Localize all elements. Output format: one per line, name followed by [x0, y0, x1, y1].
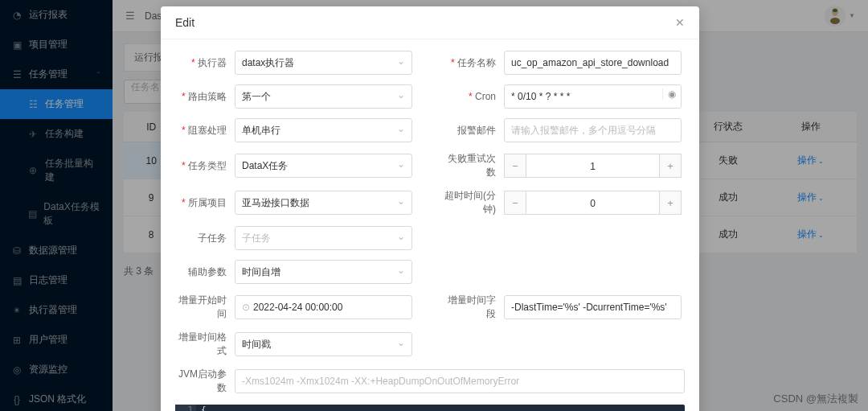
cron-input[interactable]: * 0/10 * ? * * *◉: [504, 84, 682, 109]
incfmt-label: 增量时间格式: [175, 331, 235, 358]
retry-increase[interactable]: +: [659, 154, 682, 178]
close-icon[interactable]: ✕: [675, 16, 685, 29]
incstart-label: 增量开始时间: [175, 294, 235, 321]
clock-icon: ⊙: [242, 302, 250, 313]
tasktype-label: 任务类型: [175, 159, 235, 173]
project-select[interactable]: 亚马逊接口数据: [235, 191, 412, 215]
tasktype-select[interactable]: DataX任务: [235, 154, 412, 178]
cron-label: Cron: [444, 91, 504, 102]
subtask-label: 子任务: [175, 232, 235, 245]
taskname-input[interactable]: uc_op_amazon_api_store_download: [504, 51, 682, 75]
aux-select[interactable]: 时间自增: [235, 260, 412, 284]
incfield-input[interactable]: -DlastTime='%s' -DcurrentTime='%s': [504, 295, 682, 319]
incfmt-select[interactable]: 时间戳: [235, 332, 412, 356]
incfield-label: 增量时间字段: [444, 294, 504, 321]
block-label: 阻塞处理: [175, 124, 235, 138]
alarm-label: 报警邮件: [444, 124, 504, 138]
json-editor[interactable]: 1{ 2 "job": { 3 "content": [ 4 { 5 "read…: [175, 405, 685, 411]
route-select[interactable]: 第一个: [235, 84, 412, 109]
jvm-label: JVM启动参数: [175, 368, 235, 395]
jvm-input[interactable]: -Xms1024m -Xmx1024m -XX:+HeapDumpOnOutOf…: [235, 369, 685, 393]
timeout-increase[interactable]: +: [659, 191, 682, 215]
modal-title: Edit: [175, 16, 194, 29]
executor-select[interactable]: datax执行器: [235, 51, 412, 75]
retry-decrease[interactable]: −: [504, 154, 526, 178]
incstart-input[interactable]: ⊙2022-04-24 00:00:00: [235, 295, 412, 319]
route-label: 路由策略: [175, 90, 235, 104]
aux-label: 辅助参数: [175, 265, 235, 279]
edit-modal: Edit ✕ 执行器 datax执行器 任务名称 uc_op_amazon_ap…: [161, 6, 699, 411]
project-label: 所属项目: [175, 196, 235, 210]
alarm-input[interactable]: 请输入报警邮件，多个用逗号分隔: [504, 118, 682, 142]
eye-icon[interactable]: ◉: [662, 88, 676, 100]
watermark: CSDN @無法複製: [773, 392, 858, 406]
timeout-label: 超时时间(分钟): [444, 189, 504, 216]
retry-value[interactable]: 1: [526, 154, 659, 178]
timeout-value[interactable]: 0: [526, 191, 659, 215]
subtask-select[interactable]: 子任务: [235, 226, 412, 250]
taskname-label: 任务名称: [444, 56, 504, 70]
executor-label: 执行器: [175, 56, 235, 70]
block-select[interactable]: 单机串行: [235, 118, 412, 142]
timeout-decrease[interactable]: −: [504, 191, 526, 215]
retry-label: 失败重试次数: [444, 152, 504, 179]
